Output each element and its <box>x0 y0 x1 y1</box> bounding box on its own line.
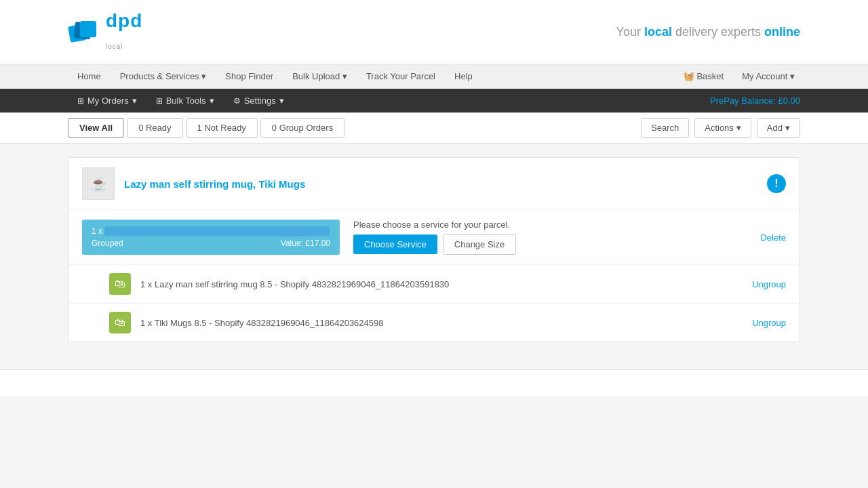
basket-label: Basket <box>696 71 724 81</box>
tabs-bar: View All 0 Ready 1 Not Ready 0 Group Ord… <box>0 113 868 144</box>
primary-nav: Home Products & Services ▾ Shop Finder B… <box>0 64 868 89</box>
parcel-row: 1 x ████████████████████████████████ Gro… <box>68 210 800 265</box>
tab-group-orders[interactable]: 0 Group Orders <box>260 118 344 138</box>
bulk-tools-label: Bulk Tools <box>166 96 206 106</box>
delete-link[interactable]: Delete <box>760 232 786 243</box>
secondary-nav-items: ⊞ My Orders ▾ ⊞ Bulk Tools ▾ ⚙ Settings … <box>68 89 294 113</box>
cog-icon: ⚙ <box>233 96 241 106</box>
parcel-info-bottom: Grouped Value: £17.00 <box>92 239 330 248</box>
tagline: Your local delivery experts online <box>616 25 800 39</box>
basket-icon: 🧺 <box>684 71 694 81</box>
order-header-left: ☕ Lazy man self stirring mug, Tiki Mugs <box>82 167 305 200</box>
primary-nav-right: 🧺 Basket My Account ▾ <box>674 64 800 88</box>
value-label: Value: <box>281 239 303 248</box>
sub-item-text-1: 1 x Lazy man self stirring mug 8.5 - Sho… <box>140 279 743 289</box>
dpd-logo-text: dpdlocal <box>106 10 142 54</box>
dpd-logo-icon <box>68 16 100 48</box>
choose-service-button[interactable]: Choose Service <box>353 235 437 254</box>
primary-nav-items: Home Products & Services ▾ Shop Finder B… <box>68 64 482 88</box>
shopify-icon-2: 🛍 <box>109 312 131 333</box>
change-size-button[interactable]: Change Size <box>443 234 516 255</box>
nav-shop-finder[interactable]: Shop Finder <box>216 64 283 88</box>
page-footer <box>0 369 868 396</box>
site-header: dpdlocal Your local delivery experts onl… <box>0 0 868 64</box>
parcel-redacted: ████████████████████████████████ <box>104 226 330 236</box>
order-thumbnail: ☕ <box>82 167 115 200</box>
actions-button[interactable]: Actions ▾ <box>694 118 751 138</box>
value-amount: £17.00 <box>305 239 330 248</box>
settings-label: Settings <box>244 96 276 106</box>
nav-bulk-tools[interactable]: ⊞ Bulk Tools ▾ <box>146 89 224 113</box>
grouped-label: Grouped <box>92 239 123 248</box>
sub-item-text-2: 1 x Tiki Mugs 8.5 - Shopify 483282196904… <box>140 318 743 328</box>
nav-settings[interactable]: ⚙ Settings ▾ <box>224 89 294 113</box>
parcel-qty-label: 1 x <box>92 226 102 236</box>
nav-home[interactable]: Home <box>68 64 111 88</box>
prepay-value: £0.00 <box>778 96 800 106</box>
add-button[interactable]: Add ▾ <box>757 118 800 138</box>
sub-item: 🛍 1 x Tiki Mugs 8.5 - Shopify 4832821969… <box>68 304 800 342</box>
parcel-value: Value: £17.00 <box>281 239 330 248</box>
nav-help[interactable]: Help <box>445 64 482 88</box>
ungroup-link-2[interactable]: Ungroup <box>752 318 786 328</box>
parcel-info-box: 1 x ████████████████████████████████ Gro… <box>82 220 340 255</box>
parcel-buttons: Choose Service Change Size <box>353 234 747 255</box>
shopify-icon: 🛍 <box>109 273 131 295</box>
grid-icon: ⊞ <box>77 96 84 106</box>
service-prompt: Please choose a service for your parcel. <box>353 220 747 230</box>
basket-link[interactable]: 🧺 Basket <box>674 64 733 88</box>
svg-rect-2 <box>80 21 96 37</box>
logo-area: dpdlocal <box>68 10 142 54</box>
nav-bulk-upload[interactable]: Bulk Upload ▾ <box>283 64 357 88</box>
nav-products-services[interactable]: Products & Services ▾ <box>111 64 216 88</box>
parcel-quantity: 1 x ████████████████████████████████ <box>92 226 330 236</box>
nav-track-parcel[interactable]: Track Your Parcel <box>357 64 445 88</box>
prepay-balance: PrePay Balance: £0.00 <box>710 89 800 113</box>
order-header: ☕ Lazy man self stirring mug, Tiki Mugs … <box>68 158 800 210</box>
tab-not-ready[interactable]: 1 Not Ready <box>186 118 258 138</box>
grid2-icon: ⊞ <box>156 96 163 106</box>
tagline-local: local <box>644 25 672 39</box>
my-account-link[interactable]: My Account ▾ <box>736 64 800 88</box>
tagline-online: online <box>764 25 800 39</box>
nav-my-orders[interactable]: ⊞ My Orders ▾ <box>68 89 146 113</box>
my-orders-label: My Orders <box>87 96 129 106</box>
add-label: Add <box>767 123 783 133</box>
parcel-service-area: Please choose a service for your parcel.… <box>353 220 747 255</box>
sub-item: 🛍 1 x Lazy man self stirring mug 8.5 - S… <box>68 265 800 304</box>
add-dropdown-icon: ▾ <box>785 123 790 133</box>
actions-dropdown-icon: ▾ <box>736 123 741 133</box>
info-button[interactable]: ! <box>767 174 786 193</box>
prepay-label: PrePay Balance: <box>710 96 776 106</box>
tab-ready[interactable]: 0 Ready <box>127 118 182 138</box>
search-button[interactable]: Search <box>641 118 689 138</box>
ungroup-link-1[interactable]: Ungroup <box>752 279 786 289</box>
main-content: ☕ Lazy man self stirring mug, Tiki Mugs … <box>0 144 868 356</box>
order-card: ☕ Lazy man self stirring mug, Tiki Mugs … <box>68 157 800 342</box>
order-title-link[interactable]: Lazy man self stirring mug, Tiki Mugs <box>124 178 305 190</box>
tabs-left: View All 0 Ready 1 Not Ready 0 Group Ord… <box>68 118 344 138</box>
my-account-label: My Account <box>742 71 787 81</box>
tab-view-all[interactable]: View All <box>68 118 124 138</box>
secondary-nav: ⊞ My Orders ▾ ⊞ Bulk Tools ▾ ⚙ Settings … <box>0 89 868 113</box>
tabs-right: Search Actions ▾ Add ▾ <box>641 118 800 138</box>
actions-label: Actions <box>705 123 734 133</box>
